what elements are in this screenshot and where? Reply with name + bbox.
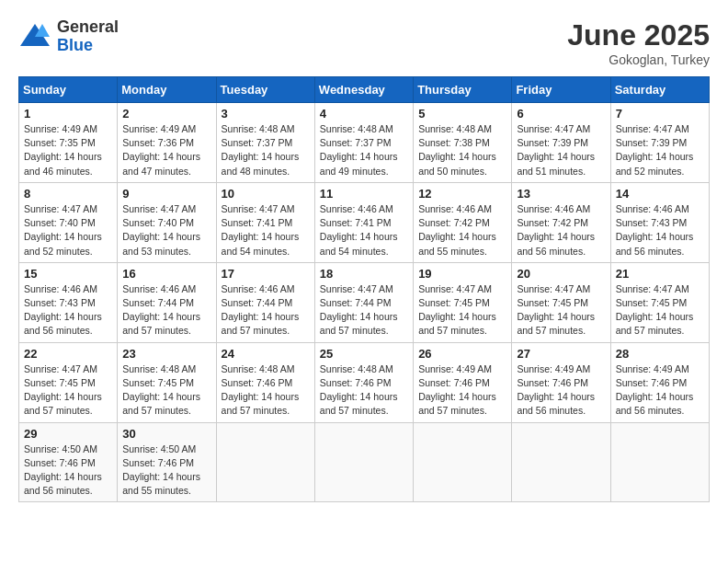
day-info: Sunrise: 4:49 AMSunset: 7:46 PMDaylight:… <box>418 362 506 419</box>
calendar-cell: 25Sunrise: 4:48 AMSunset: 7:46 PMDayligh… <box>314 342 413 422</box>
calendar-cell <box>216 422 314 502</box>
calendar-cell: 24Sunrise: 4:48 AMSunset: 7:46 PMDayligh… <box>216 342 314 422</box>
calendar-cell: 18Sunrise: 4:47 AMSunset: 7:44 PMDayligh… <box>314 262 413 342</box>
day-info: Sunrise: 4:48 AMSunset: 7:37 PMDaylight:… <box>320 122 408 178</box>
day-number: 28 <box>616 347 704 361</box>
calendar-week-5: 29Sunrise: 4:50 AMSunset: 7:46 PMDayligh… <box>19 422 710 502</box>
day-info: Sunrise: 4:47 AMSunset: 7:45 PMDaylight:… <box>24 362 112 419</box>
calendar-cell: 11Sunrise: 4:46 AMSunset: 7:41 PMDayligh… <box>314 182 413 262</box>
calendar-cell: 14Sunrise: 4:46 AMSunset: 7:43 PMDayligh… <box>610 182 709 262</box>
day-number: 17 <box>222 267 310 281</box>
day-info: Sunrise: 4:46 AMSunset: 7:42 PMDaylight:… <box>418 202 506 259</box>
calendar-cell: 19Sunrise: 4:47 AMSunset: 7:45 PMDayligh… <box>414 262 512 342</box>
col-header-wednesday: Wednesday <box>314 77 413 103</box>
day-number: 20 <box>517 267 605 281</box>
calendar-cell: 17Sunrise: 4:46 AMSunset: 7:44 PMDayligh… <box>216 262 314 342</box>
day-number: 27 <box>517 347 605 361</box>
day-info: Sunrise: 4:48 AMSunset: 7:37 PMDaylight:… <box>222 122 310 178</box>
day-info: Sunrise: 4:49 AMSunset: 7:46 PMDaylight:… <box>517 362 605 419</box>
title-section: June 2025 Gokoglan, Turkey <box>567 18 710 67</box>
day-number: 2 <box>122 107 210 121</box>
day-number: 30 <box>122 427 210 441</box>
calendar-cell: 20Sunrise: 4:47 AMSunset: 7:45 PMDayligh… <box>512 262 610 342</box>
day-info: Sunrise: 4:49 AMSunset: 7:36 PMDaylight:… <box>122 122 210 178</box>
calendar-cell: 26Sunrise: 4:49 AMSunset: 7:46 PMDayligh… <box>414 342 512 422</box>
logo-general: General <box>57 18 119 37</box>
calendar-cell: 13Sunrise: 4:46 AMSunset: 7:42 PMDayligh… <box>512 182 610 262</box>
day-info: Sunrise: 4:49 AMSunset: 7:46 PMDaylight:… <box>616 362 704 419</box>
day-number: 24 <box>222 347 310 361</box>
col-header-saturday: Saturday <box>610 77 709 103</box>
calendar-cell: 16Sunrise: 4:46 AMSunset: 7:44 PMDayligh… <box>118 262 216 342</box>
day-number: 19 <box>418 267 506 281</box>
day-info: Sunrise: 4:48 AMSunset: 7:38 PMDaylight:… <box>418 122 506 178</box>
day-number: 3 <box>222 107 310 121</box>
day-info: Sunrise: 4:46 AMSunset: 7:43 PMDaylight:… <box>24 282 112 339</box>
calendar-table: SundayMondayTuesdayWednesdayThursdayFrid… <box>18 76 710 502</box>
calendar-cell: 23Sunrise: 4:48 AMSunset: 7:45 PMDayligh… <box>118 342 216 422</box>
calendar-cell: 30Sunrise: 4:50 AMSunset: 7:46 PMDayligh… <box>118 422 216 502</box>
day-number: 26 <box>418 347 506 361</box>
calendar-cell: 29Sunrise: 4:50 AMSunset: 7:46 PMDayligh… <box>19 422 118 502</box>
calendar-week-4: 22Sunrise: 4:47 AMSunset: 7:45 PMDayligh… <box>19 342 710 422</box>
day-number: 14 <box>616 187 704 201</box>
calendar-week-1: 1Sunrise: 4:49 AMSunset: 7:35 PMDaylight… <box>19 103 710 183</box>
calendar-cell <box>610 422 709 502</box>
calendar-cell: 28Sunrise: 4:49 AMSunset: 7:46 PMDayligh… <box>610 342 709 422</box>
day-info: Sunrise: 4:46 AMSunset: 7:42 PMDaylight:… <box>517 202 605 259</box>
day-info: Sunrise: 4:48 AMSunset: 7:46 PMDaylight:… <box>222 362 310 419</box>
calendar-cell: 10Sunrise: 4:47 AMSunset: 7:41 PMDayligh… <box>216 182 314 262</box>
day-number: 23 <box>122 347 210 361</box>
day-number: 13 <box>517 187 605 201</box>
day-number: 5 <box>418 107 506 121</box>
location: Gokoglan, Turkey <box>567 52 710 67</box>
calendar-header: SundayMondayTuesdayWednesdayThursdayFrid… <box>19 77 710 103</box>
day-info: Sunrise: 4:46 AMSunset: 7:43 PMDaylight:… <box>616 202 704 259</box>
col-header-tuesday: Tuesday <box>216 77 314 103</box>
calendar-cell <box>414 422 512 502</box>
logo: General Blue <box>18 18 119 55</box>
day-number: 11 <box>320 187 408 201</box>
calendar-cell: 1Sunrise: 4:49 AMSunset: 7:35 PMDaylight… <box>19 103 118 183</box>
calendar-cell: 9Sunrise: 4:47 AMSunset: 7:40 PMDaylight… <box>118 182 216 262</box>
day-number: 7 <box>616 107 704 121</box>
day-info: Sunrise: 4:46 AMSunset: 7:44 PMDaylight:… <box>222 282 310 339</box>
day-number: 9 <box>122 187 210 201</box>
day-number: 22 <box>24 347 112 361</box>
calendar-cell: 3Sunrise: 4:48 AMSunset: 7:37 PMDaylight… <box>216 103 314 183</box>
day-info: Sunrise: 4:47 AMSunset: 7:41 PMDaylight:… <box>222 202 310 259</box>
day-info: Sunrise: 4:47 AMSunset: 7:40 PMDaylight:… <box>122 202 210 259</box>
day-number: 25 <box>320 347 408 361</box>
calendar-cell: 15Sunrise: 4:46 AMSunset: 7:43 PMDayligh… <box>19 262 118 342</box>
calendar-cell: 7Sunrise: 4:47 AMSunset: 7:39 PMDaylight… <box>610 103 709 183</box>
col-header-friday: Friday <box>512 77 610 103</box>
col-header-sunday: Sunday <box>19 77 118 103</box>
calendar-cell <box>512 422 610 502</box>
day-number: 21 <box>616 267 704 281</box>
col-header-monday: Monday <box>118 77 216 103</box>
day-info: Sunrise: 4:47 AMSunset: 7:45 PMDaylight:… <box>517 282 605 339</box>
day-info: Sunrise: 4:47 AMSunset: 7:45 PMDaylight:… <box>616 282 704 339</box>
day-info: Sunrise: 4:50 AMSunset: 7:46 PMDaylight:… <box>122 442 210 499</box>
logo-blue: Blue <box>57 37 119 55</box>
day-info: Sunrise: 4:50 AMSunset: 7:46 PMDaylight:… <box>24 442 112 499</box>
day-number: 10 <box>222 187 310 201</box>
day-number: 15 <box>24 267 112 281</box>
day-info: Sunrise: 4:49 AMSunset: 7:35 PMDaylight:… <box>24 122 112 178</box>
day-info: Sunrise: 4:47 AMSunset: 7:40 PMDaylight:… <box>24 202 112 259</box>
calendar-week-2: 8Sunrise: 4:47 AMSunset: 7:40 PMDaylight… <box>19 182 710 262</box>
calendar-cell <box>314 422 413 502</box>
logo-text: General Blue <box>57 18 119 55</box>
calendar-cell: 5Sunrise: 4:48 AMSunset: 7:38 PMDaylight… <box>414 103 512 183</box>
day-info: Sunrise: 4:46 AMSunset: 7:44 PMDaylight:… <box>122 282 210 339</box>
calendar-body: 1Sunrise: 4:49 AMSunset: 7:35 PMDaylight… <box>19 103 710 502</box>
calendar-cell: 4Sunrise: 4:48 AMSunset: 7:37 PMDaylight… <box>314 103 413 183</box>
day-number: 12 <box>418 187 506 201</box>
day-info: Sunrise: 4:48 AMSunset: 7:45 PMDaylight:… <box>122 362 210 419</box>
day-number: 1 <box>24 107 112 121</box>
day-info: Sunrise: 4:47 AMSunset: 7:44 PMDaylight:… <box>320 282 408 339</box>
day-info: Sunrise: 4:48 AMSunset: 7:46 PMDaylight:… <box>320 362 408 419</box>
calendar-cell: 21Sunrise: 4:47 AMSunset: 7:45 PMDayligh… <box>610 262 709 342</box>
day-number: 6 <box>517 107 605 121</box>
day-info: Sunrise: 4:47 AMSunset: 7:45 PMDaylight:… <box>418 282 506 339</box>
